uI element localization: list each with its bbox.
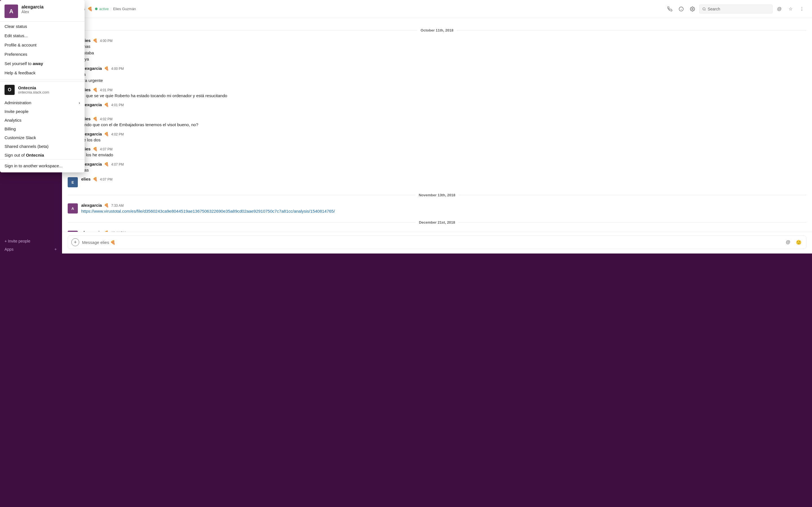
message-header: alexgarcia 🍕 4:00 PM	[81, 66, 806, 71]
info-icon[interactable]	[677, 4, 686, 13]
dropdown-display-name: Álex	[21, 10, 80, 14]
message-text: te los he enviado	[81, 152, 806, 158]
mention-icon[interactable]: @	[784, 238, 792, 246]
sender-emoji: 🍕	[104, 132, 109, 136]
main-content: ☆ elies 🍕 active | Elies Guzmán	[62, 0, 812, 253]
dropdown-workspace-header: O Ontecnia ontecnia.slack.com	[4, 85, 80, 95]
help-feedback-item[interactable]: Help & feedback	[0, 68, 85, 77]
message-header: alexgarcia 🍕 7:33 AM	[81, 203, 806, 208]
set-away-item[interactable]: Set yourself to away	[0, 59, 85, 68]
message-text: enas	[81, 43, 806, 50]
analytics-item[interactable]: Analytics	[0, 116, 85, 124]
message-text: https://www.virustotal.com/es/file/d3560…	[81, 208, 806, 215]
add-app-icon[interactable]: ＋	[54, 247, 57, 252]
message-time: 7:33 AM	[111, 204, 123, 208]
message-text: era urgente	[81, 77, 806, 84]
message-content: elies 🍕 4:02 PM iendo que con el de Emba…	[81, 116, 806, 128]
apps-section[interactable]: Apps ＋	[0, 245, 62, 253]
message-text: iendo que con el de Embajadoras tenemos …	[81, 122, 806, 128]
message-group: E elies 🍕 4:07 PM te los he enviado	[68, 147, 806, 158]
profile-account-item[interactable]: Profile & account	[0, 40, 85, 50]
message-input-box: + @ 🙂	[68, 235, 806, 249]
svg-point-3	[692, 8, 693, 10]
message-text: y ya	[81, 56, 806, 62]
message-time: 4:07 PM	[100, 147, 112, 151]
active-dot	[95, 8, 98, 10]
sender-emoji: 🍕	[93, 38, 98, 43]
virustotal-link[interactable]: https://www.virustotal.com/es/file/d3560…	[81, 209, 335, 214]
message-content: elies 🍕 4:07 PM te los he enviado	[81, 147, 806, 158]
message-time: 4:00 PM	[111, 67, 124, 71]
clear-status-item[interactable]: Clear status	[0, 22, 85, 31]
date-label: October 11th, 2018	[421, 28, 453, 33]
add-attachment-button[interactable]: +	[71, 238, 79, 246]
gear-icon[interactable]	[688, 4, 697, 13]
message-group: E elies 🍕 4:02 PM iendo que con el de Em…	[68, 116, 806, 128]
message-group: A alexgarcia 🍕 7:33 AM https://www.virus…	[68, 203, 806, 215]
customize-slack-item[interactable]: Customize Slack	[0, 133, 85, 142]
call-icon[interactable]	[665, 4, 674, 13]
message-time: 4:07 PM	[100, 177, 112, 181]
date-label: December 21st, 2018	[419, 220, 455, 224]
message-header: alexgarcia 🍕 4:07 PM	[81, 162, 806, 166]
invite-people-label: + Invite people	[4, 239, 30, 243]
avatar: A	[4, 4, 18, 18]
sender-emoji: 🍕	[93, 88, 98, 92]
avatar: A	[68, 203, 78, 214]
message-group: E elies 🍕 4:01 PM a, que se ve quie Robe…	[68, 87, 806, 99]
message-header: alexgarcia 🍕 4:01 PM	[81, 102, 806, 107]
edit-status-item[interactable]: Edit status...	[0, 31, 85, 40]
message-header: elies 🍕 4:01 PM	[81, 87, 806, 92]
date-divider: November 13th, 2018	[68, 193, 806, 197]
message-time: 4:07 PM	[111, 163, 124, 166]
message-content: elies 🍕 4:07 PM	[81, 177, 806, 187]
message-group: A alexgarcia 🍕 4:00 PM ya era urgente	[68, 66, 806, 84]
message-input-area: + @ 🙂	[62, 232, 812, 253]
channel-emoji: 🍕	[87, 6, 93, 11]
invite-people-button[interactable]: + Invite people	[0, 237, 62, 245]
emoji-picker-icon[interactable]: 🙂	[795, 238, 803, 246]
sign-in-another-item[interactable]: Sign in to another workspace...	[0, 161, 85, 170]
message-content: elies 🍕 4:01 PM a, que se ve quie Robert…	[81, 87, 806, 99]
message-header: elies 🍕 4:07 PM	[81, 147, 806, 151]
message-content: alexgarcia 🍕 4:00 PM ya era urgente	[81, 66, 806, 84]
preferences-item[interactable]: Preferences	[0, 50, 85, 59]
svg-point-4	[703, 8, 705, 10]
search-icon	[702, 7, 706, 11]
star-header-icon[interactable]: ☆	[786, 4, 795, 13]
active-status: active	[99, 7, 109, 11]
separator: |	[110, 7, 111, 11]
shared-channels-item[interactable]: Shared channels (beta)	[0, 142, 85, 151]
date-divider: October 11th, 2018	[68, 28, 806, 33]
sign-in-section: Sign in to another workspace...	[0, 159, 85, 170]
message-group: A alexgarcia 🍕 4:01 PM	[68, 102, 806, 113]
workspace-domain: ontecnia.slack.com	[18, 90, 49, 94]
arrow-right-icon: ›	[79, 100, 80, 105]
dropdown-user-section: A alexgarcia Álex	[0, 0, 85, 22]
search-input[interactable]	[708, 7, 769, 11]
billing-item[interactable]: Billing	[0, 124, 85, 133]
sender-emoji: 🍕	[104, 162, 109, 166]
message-header: elies 🍕 4:07 PM	[81, 177, 806, 181]
message-text: estaba	[81, 50, 806, 56]
more-icon[interactable]: ⋮	[797, 4, 806, 13]
message-group: A alexgarcia 🍕 4:07 PM cias	[68, 162, 806, 173]
message-content: alexgarcia 🍕 7:33 AM https://www.virusto…	[81, 203, 806, 215]
message-time: 4:01 PM	[111, 103, 124, 107]
at-icon[interactable]: @	[775, 4, 784, 13]
invite-people-item[interactable]: Invite people	[0, 107, 85, 116]
search-box[interactable]	[699, 4, 772, 13]
workspace-icon-letter: O	[8, 87, 11, 93]
message-time: 4:02 PM	[111, 132, 124, 136]
messages-area[interactable]: October 11th, 2018 E elies 🍕 4:00 PM ena…	[62, 18, 812, 232]
message-content: alexgarcia 🍕 4:01 PM	[81, 102, 806, 113]
sign-out-item[interactable]: Sign out of Ontecnia	[0, 151, 85, 159]
administration-item[interactable]: Administration ›	[0, 98, 85, 107]
message-input-field[interactable]	[82, 240, 781, 245]
dropdown-workspace-info: Ontecnia ontecnia.slack.com	[18, 86, 49, 94]
workspace-icon: O	[4, 85, 15, 95]
avatar-letter: A	[9, 8, 13, 15]
date-divider: December 21st, 2018	[68, 220, 806, 224]
dropdown-workspace-section: O Ontecnia ontecnia.slack.com	[0, 81, 85, 98]
channel-status-area: active | Elies Guzmán	[95, 7, 136, 11]
